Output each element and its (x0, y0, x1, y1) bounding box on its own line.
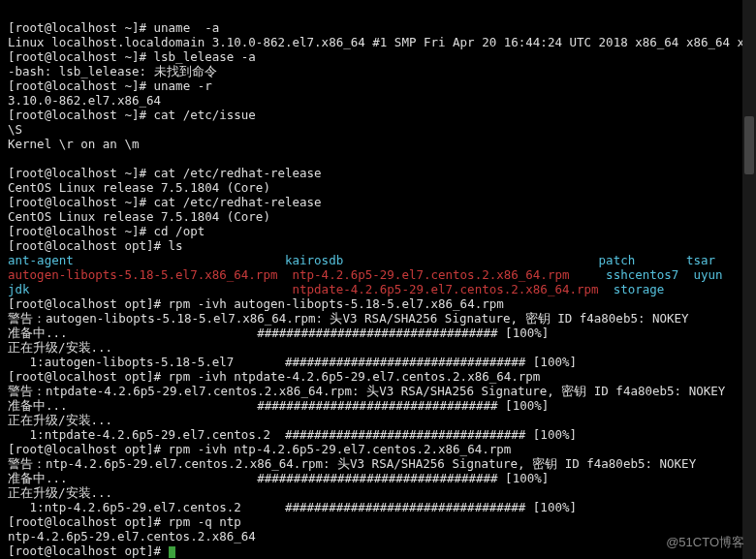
output: 警告：ntp-4.2.6p5-29.el7.centos.2.x86_64.rp… (8, 456, 696, 471)
prompt: [root@localhost ~]# (8, 78, 146, 93)
output: 1:ntpdate-4.2.6p5-29.el7.centos.2 ######… (8, 427, 577, 442)
output: Kernel \r on an \m (8, 137, 139, 151)
prompt: [root@localhost ~]# (8, 166, 146, 180)
ls-file: ntpdate-4.2.6p5-29.el7.centos.2.x86_64.r… (293, 282, 614, 296)
output: 警告：autogen-libopts-5.18-5.el7.x86_64.rpm… (8, 311, 689, 326)
ls-dir: storage (614, 282, 665, 296)
cmd: lsb_lelease -a (154, 49, 256, 64)
output: 准备中... #################################… (8, 398, 549, 413)
cursor[interactable] (169, 546, 175, 558)
output: 准备中... #################################… (8, 326, 549, 340)
cmd: uname -a (154, 20, 220, 35)
prompt: [root@localhost opt]# (8, 369, 161, 384)
output: \S (8, 122, 22, 137)
prompt: [root@localhost opt]# (8, 514, 161, 529)
prompt: [root@localhost ~]# (8, 20, 146, 35)
ls-dir: patch (599, 253, 686, 267)
output: 正在升级/安装... (8, 340, 112, 355)
scrollbar-thumb[interactable] (744, 116, 754, 174)
prompt: [root@localhost ~]# (8, 195, 146, 209)
prompt: [root@localhost ~]# (8, 224, 146, 238)
cmd: ls (169, 238, 183, 253)
ls-dir: sshcentos7 (606, 267, 693, 282)
prompt: [root@localhost ~]# (8, 108, 146, 122)
cmd: rpm -ivh ntp-4.2.6p5-29.el7.centos.2.x86… (169, 442, 512, 456)
prompt: [root@localhost opt]# (8, 543, 161, 558)
output: CentOS Linux release 7.5.1804 (Core) (8, 180, 270, 195)
output: CentOS Linux release 7.5.1804 (Core) (8, 209, 270, 224)
prompt: [root@localhost ~]# (8, 49, 146, 64)
cmd: cat /etc/redhat-release (154, 166, 322, 180)
cmd: cat /etc/redhat-release (154, 195, 322, 209)
prompt: [root@localhost opt]# (8, 296, 161, 311)
prompt: [root@localhost opt]# (8, 442, 161, 456)
output: 正在升级/安装... (8, 413, 112, 427)
output: 1:ntp-4.2.6p5-29.el7.centos.2 ##########… (8, 500, 577, 514)
ls-file: autogen-libopts-5.18-5.el7.x86_64.rpm (8, 267, 293, 282)
ls-file: ntp-4.2.6p5-29.el7.centos.2.x86_64.rpm (293, 267, 607, 282)
output: 警告：ntpdate-4.2.6p5-29.el7.centos.2.x86_6… (8, 384, 725, 398)
prompt: [root@localhost opt]# (8, 238, 161, 253)
watermark: @51CTO博客 (666, 535, 744, 549)
ls-dir: jdk (8, 282, 293, 296)
scrollbar[interactable] (742, 0, 756, 559)
ls-dir: kairosdb (285, 253, 599, 267)
cmd: rpm -ivh ntpdate-4.2.6p5-29.el7.centos.2… (169, 369, 541, 384)
ls-dir: tsar (686, 253, 715, 267)
cmd: uname -r (154, 78, 212, 93)
output: 1:autogen-libopts-5.18-5.el7 ###########… (8, 355, 577, 369)
output: 准备中... #################################… (8, 471, 549, 485)
ls-dir: uyun (693, 267, 722, 282)
output: -bash: lsb_lelease: 未找到命令 (8, 64, 217, 78)
cmd: rpm -ivh autogen-libopts-5.18-5.el7.x86_… (169, 296, 504, 311)
cmd: cat /etc/issue (154, 108, 256, 122)
output: 正在升级/安装... (8, 485, 112, 500)
cmd: rpm -q ntp (169, 514, 241, 529)
ls-dir: ant-agent (8, 253, 285, 267)
output: ntp-4.2.6p5-29.el7.centos.2.x86_64 (8, 529, 256, 543)
terminal[interactable]: [root@localhost ~]# uname -a Linux local… (0, 0, 756, 559)
output: Linux localhost.localdomain 3.10.0-862.e… (8, 35, 756, 49)
output: 3.10.0-862.el7.x86_64 (8, 93, 161, 108)
cmd: cd /opt (154, 224, 205, 238)
